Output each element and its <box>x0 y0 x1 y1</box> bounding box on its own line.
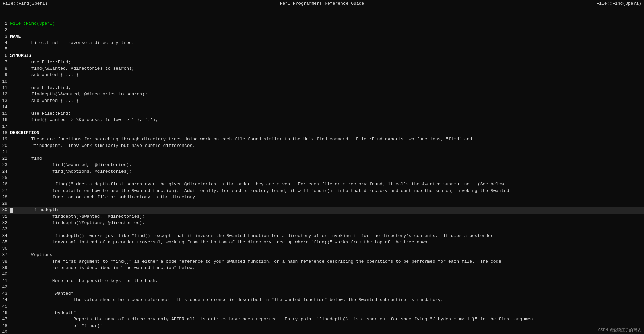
line-content: finddepth(\&wanted, @directories_to_sear… <box>10 91 644 98</box>
line-number: 35 <box>0 239 10 246</box>
line-number: 38 <box>0 259 10 265</box>
line-content: function on each file or subdirectory in… <box>10 194 644 201</box>
line-number: 40 <box>0 271 10 278</box>
line: 3NAME <box>0 34 644 40</box>
line-number: 15 <box>0 111 10 117</box>
line-number: 25 <box>0 175 10 181</box>
line-content: File::Find(3perl) <box>10 21 644 27</box>
line-number: 34 <box>0 233 10 239</box>
line: 34 "finddepth()" works just like "find()… <box>0 233 644 239</box>
line-content: The first argument to "find()" is either… <box>10 259 644 265</box>
line-content: NAME <box>10 34 644 40</box>
line: 40 <box>0 271 644 278</box>
line-number: 14 <box>0 104 10 111</box>
line: 2 <box>0 27 644 34</box>
line-content <box>10 104 644 111</box>
line-content <box>10 46 644 53</box>
line-content: use File::Find; <box>10 59 644 66</box>
line-content: These are functions for searching throug… <box>10 136 644 143</box>
line: 9 sub wanted { ... } <box>0 72 644 79</box>
line-content: %options <box>10 252 644 259</box>
line-content: File::Find - Traverse a directory tree. <box>10 40 644 46</box>
line-content <box>10 329 644 334</box>
line-content <box>10 271 644 278</box>
line: 8 find(\&wanted, @directories_to_search)… <box>0 66 644 72</box>
line-number: 32 <box>0 220 10 226</box>
header-center: Perl Programmers Reference Guide <box>280 1 364 7</box>
line: 42 <box>0 284 644 291</box>
line-content: find({ wanted => \&process, follow => 1 … <box>10 117 644 124</box>
line-content: find(\&wanted, @directories_to_search); <box>10 66 644 72</box>
line-content: use File::Find; <box>10 111 644 117</box>
line-content: traversal instead of a preorder traversa… <box>10 239 644 246</box>
line: 43 "wanted" <box>0 291 644 297</box>
line-number: 21 <box>0 149 10 156</box>
line: 20 "finddepth". They work similarly but … <box>0 143 644 149</box>
line-content: SYNOPSIS <box>10 53 644 59</box>
terminal: File::Find(3perl) Perl Programmers Refer… <box>0 0 644 334</box>
line: 10 <box>0 79 644 85</box>
line: 27 for details on how to use the &wanted… <box>0 188 644 194</box>
line-number: 19 <box>0 136 10 143</box>
line: 33 <box>0 226 644 233</box>
line: 47 Reports the name of a directory only … <box>0 316 644 323</box>
line-content: finddepth <box>10 207 644 214</box>
line-number: 30 <box>0 207 10 214</box>
line-number: 41 <box>0 278 10 284</box>
line-number: 5 <box>0 46 10 53</box>
line-content: for details on how to use the &wanted fu… <box>10 188 644 194</box>
line-content <box>10 284 644 291</box>
line-number: 3 <box>0 34 10 40</box>
line: 12 finddepth(\&wanted, @directories_to_s… <box>0 91 644 98</box>
line: 39 reference is described in "The wanted… <box>0 265 644 271</box>
line-content: DESCRIPTION <box>10 130 644 136</box>
line-content: Reports the name of a directory only AFT… <box>10 316 644 323</box>
line-number: 10 <box>0 79 10 85</box>
line-number: 49 <box>0 329 10 334</box>
line: 19 These are functions for searching thr… <box>0 136 644 143</box>
line-number: 2 <box>0 27 10 34</box>
line-number: 27 <box>0 188 10 194</box>
line: 17 <box>0 124 644 130</box>
line-number: 23 <box>0 162 10 169</box>
line-content <box>10 304 644 310</box>
line: 23 find(\&wanted, @directories); <box>0 162 644 169</box>
line-number: 20 <box>0 143 10 149</box>
line: 4 File::Find - Traverse a directory tree… <box>0 40 644 46</box>
line-content: use File::Find; <box>10 85 644 91</box>
line-content: "finddepth". They work similarly but hav… <box>10 143 644 149</box>
line-number: 46 <box>0 310 10 316</box>
line-number: 43 <box>0 291 10 297</box>
line-number: 44 <box>0 297 10 304</box>
line-number: 6 <box>0 53 10 59</box>
line: 48 of "find()". <box>0 323 644 329</box>
line: 25 <box>0 175 644 181</box>
line: 13 sub wanted { ... } <box>0 98 644 104</box>
line-content: The value should be a code reference. Th… <box>10 297 644 304</box>
line-number: 16 <box>0 117 10 124</box>
line: 32 finddepth(\%options, @directories); <box>0 220 644 226</box>
line-number: 22 <box>0 156 10 162</box>
line: 31 finddepth(\&wanted, @directories); <box>0 214 644 220</box>
line-number: 1 <box>0 21 10 27</box>
line-number: 28 <box>0 194 10 201</box>
line-number: 9 <box>0 72 10 79</box>
line: 45 <box>0 304 644 310</box>
line: 36 <box>0 246 644 252</box>
line-number: 13 <box>0 98 10 104</box>
line-content: "finddepth()" works just like "find()" e… <box>10 233 644 239</box>
line: 16 find({ wanted => \&process, follow =>… <box>0 117 644 124</box>
line-number: 17 <box>0 124 10 130</box>
line-number: 29 <box>0 201 10 207</box>
line-content <box>10 124 644 130</box>
line-number: 11 <box>0 85 10 91</box>
line: 35 traversal instead of a preorder trave… <box>0 239 644 246</box>
cursor <box>10 208 13 213</box>
footer-text: CSDN @爱读庄子的码农 <box>598 328 641 333</box>
line: 7 use File::Find; <box>0 59 644 66</box>
line-number: 4 <box>0 40 10 46</box>
line: 46 "bydepth" <box>0 310 644 316</box>
line: 5 <box>0 46 644 53</box>
line: 26 "find()" does a depth-first search ov… <box>0 181 644 188</box>
line: 41 Here are the possible keys for the ha… <box>0 278 644 284</box>
